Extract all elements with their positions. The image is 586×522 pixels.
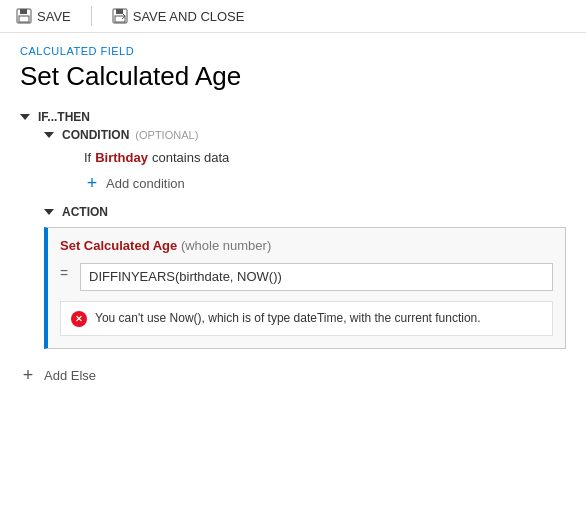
error-text: You can't use Now(), which is of type da… — [95, 310, 481, 327]
ifthen-section: IF...THEN CONDITION (OPTIONAL) If Birthd… — [20, 110, 566, 349]
save-and-close-label: SAVE AND CLOSE — [133, 9, 245, 24]
equals-sign: = — [60, 265, 72, 281]
condition-children: If Birthday contains data + Add conditio… — [68, 146, 566, 191]
action-field-type: (whole number) — [181, 238, 271, 253]
condition-if-text: If — [84, 150, 91, 165]
toolbar: SAVE SAVE AND CLOSE — [0, 0, 586, 33]
ifthen-children: CONDITION (OPTIONAL) If Birthday contain… — [44, 128, 566, 349]
action-card-title: Set Calculated Age (whole number) — [60, 238, 553, 253]
error-icon — [71, 311, 87, 327]
add-condition-plus-icon: + — [84, 175, 100, 191]
save-and-close-button[interactable]: SAVE AND CLOSE — [108, 6, 249, 26]
save-label: SAVE — [37, 9, 71, 24]
save-close-icon — [112, 8, 128, 24]
ifthen-header[interactable]: IF...THEN — [20, 110, 566, 124]
save-button[interactable]: SAVE — [12, 6, 75, 26]
action-header[interactable]: ACTION — [44, 205, 566, 219]
optional-label: (OPTIONAL) — [135, 129, 198, 141]
formula-input[interactable]: DIFFINYEARS(birthdate, NOW()) — [80, 263, 553, 291]
action-field-name[interactable]: Set Calculated Age — [60, 238, 177, 253]
condition-header[interactable]: CONDITION (OPTIONAL) — [44, 128, 566, 142]
formula-row: = DIFFINYEARS(birthdate, NOW()) — [60, 263, 553, 291]
ifthen-label: IF...THEN — [38, 110, 90, 124]
action-chevron-icon — [44, 209, 54, 215]
condition-chevron-icon — [44, 132, 54, 138]
svg-rect-2 — [19, 16, 29, 22]
toolbar-divider — [91, 6, 92, 26]
page-title: Set Calculated Age — [20, 61, 566, 92]
condition-label: CONDITION — [62, 128, 129, 142]
error-row: You can't use Now(), which is of type da… — [60, 301, 553, 336]
svg-rect-1 — [20, 9, 27, 14]
action-card: Set Calculated Age (whole number) = DIFF… — [44, 227, 566, 349]
add-else-plus-icon: + — [20, 367, 36, 383]
condition-field-name[interactable]: Birthday — [95, 150, 148, 165]
action-label: ACTION — [62, 205, 108, 219]
add-condition-row[interactable]: + Add condition — [84, 175, 566, 191]
action-section: ACTION Set Calculated Age (whole number)… — [44, 205, 566, 349]
save-icon — [16, 8, 32, 24]
add-else-row[interactable]: + Add Else — [20, 367, 566, 383]
condition-verb: contains data — [152, 150, 229, 165]
condition-node: CONDITION (OPTIONAL) If Birthday contain… — [44, 128, 566, 191]
page-label: CALCULATED FIELD — [20, 45, 566, 57]
add-else-label: Add Else — [44, 368, 96, 383]
add-condition-label: Add condition — [106, 176, 185, 191]
ifthen-chevron-icon — [20, 114, 30, 120]
main-content: CALCULATED FIELD Set Calculated Age IF..… — [0, 33, 586, 403]
condition-row: If Birthday contains data — [84, 146, 566, 169]
